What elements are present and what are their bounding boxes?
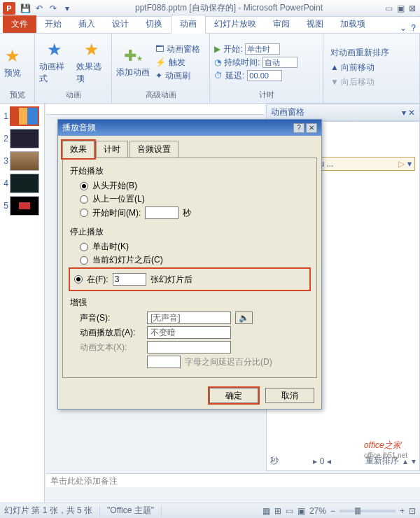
window-title: pptF086.pptm [自动保存的] - Microsoft PowerPo…	[73, 2, 385, 14]
delay-input[interactable]: 00.00	[247, 70, 282, 81]
preview-label: 预览	[4, 67, 21, 79]
preview-button[interactable]: ★预览	[4, 46, 21, 79]
group-preview: 预览	[4, 88, 30, 100]
effect-options-button[interactable]: ★效果选项	[76, 40, 108, 85]
workspace: 1 2 3 4 5 动画窗格▾ ✕ ▷ ows In You ... ▷ ▾ 秒…	[0, 104, 420, 503]
tab-view[interactable]: 视图	[298, 15, 332, 33]
tab-transitions[interactable]: 切换	[137, 15, 171, 33]
reorder-title: 对动画重新排序	[330, 47, 389, 59]
animation-pane-button[interactable]: 🗔 动画窗格	[155, 43, 200, 55]
move-earlier-button[interactable]: ▲ 向前移动	[330, 62, 389, 74]
minimize-icon[interactable]: ▭	[385, 4, 393, 13]
fit-icon[interactable]: ⊡	[409, 506, 416, 516]
slides-count-input[interactable]: 3	[113, 273, 146, 286]
pane-title: 动画窗格	[271, 106, 304, 118]
tab-design[interactable]: 设计	[104, 15, 137, 33]
ribbon-minimize-icon[interactable]: ⌄	[400, 23, 407, 33]
item-play-icon[interactable]: ▷	[398, 159, 405, 169]
dialog-tab-timing[interactable]: 计时	[96, 141, 128, 158]
close-icon[interactable]: ⊠	[409, 4, 416, 13]
help-icon[interactable]: ?	[411, 23, 416, 33]
start-playback-section: 开始播放	[70, 165, 309, 177]
enhance-section: 增强	[70, 297, 309, 309]
watermark: office之家office.jb51.net	[364, 437, 407, 459]
tab-review[interactable]: 审阅	[265, 15, 298, 33]
window-controls: ▭ ▣ ⊠	[385, 4, 416, 13]
add-anim-label: 添加动画	[116, 66, 150, 78]
letter-delay-input	[147, 356, 181, 368]
trigger-button[interactable]: ⚡ 触发	[155, 57, 200, 69]
ribbon-tabs: 文件 开始 插入 设计 切换 动画 幻灯片放映 审阅 视图 加载项 ⌄ ?	[0, 17, 420, 34]
after-play-label: 动画播放后(A):	[80, 327, 143, 339]
app-icon: P	[3, 2, 15, 15]
effect-options-label: 效果选项	[76, 61, 108, 85]
delay-label: 延迟:	[225, 70, 244, 82]
anim-styles-label: 动画样式	[39, 61, 71, 85]
status-bar: 幻灯片 第 1 张，共 5 张 "Office 主题" ▦ ⊞ ▭ ▣ 27% …	[0, 503, 420, 518]
play-icon: ▶	[214, 44, 220, 54]
group-advanced: 高级动画	[116, 88, 205, 100]
dialog-close-icon[interactable]: ✕	[306, 123, 317, 133]
stop-playback-section: 停止播放	[70, 226, 309, 238]
zoom-out-icon[interactable]: −	[330, 506, 335, 516]
duration-icon: ◔	[214, 57, 221, 67]
slide-thumbnails: 1 2 3 4 5	[0, 104, 45, 503]
undo-icon[interactable]: ↶	[34, 3, 45, 14]
radio-on-click[interactable]	[80, 243, 88, 251]
start-time-input[interactable]	[145, 206, 178, 219]
slide-count: 幻灯片 第 1 张，共 5 张	[4, 505, 92, 517]
reorder-down-icon[interactable]: ▾	[412, 456, 416, 466]
radio-from-last[interactable]	[80, 195, 88, 204]
dialog-titlebar[interactable]: 播放音频 ?✕	[58, 120, 321, 136]
zoom-in-icon[interactable]: +	[400, 506, 405, 516]
tab-file[interactable]: 文件	[3, 15, 36, 33]
zoom-slider[interactable]	[340, 510, 396, 512]
redo-icon[interactable]: ↷	[48, 3, 59, 14]
ok-button[interactable]: 确定	[209, 388, 258, 403]
dialog-help-icon[interactable]: ?	[293, 123, 304, 133]
theme-name: "Office 主题"	[107, 505, 154, 517]
view-slideshow-icon[interactable]: ▣	[298, 506, 305, 516]
view-sorter-icon[interactable]: ⊞	[274, 506, 281, 516]
qat-menu-icon[interactable]: ▾	[62, 3, 73, 14]
dialog-title: 播放音频	[62, 122, 96, 134]
move-later-button[interactable]: ▼ 向后移动	[330, 76, 389, 88]
animation-painter-button[interactable]: ✦ 动画刷	[155, 70, 200, 82]
dialog-tab-audio[interactable]: 音频设置	[130, 141, 178, 158]
view-reading-icon[interactable]: ▭	[286, 506, 293, 516]
notes-pane[interactable]: 单击此处添加备注	[46, 473, 420, 487]
radio-after-n-slides[interactable]	[74, 275, 83, 284]
maximize-icon[interactable]: ▣	[397, 4, 405, 13]
slide-thumb-3[interactable]: 3	[1, 151, 43, 171]
anim-text-select	[147, 341, 231, 354]
radio-start-time[interactable]	[80, 209, 88, 217]
radio-from-beginning[interactable]	[80, 182, 88, 190]
tab-slideshow[interactable]: 幻灯片放映	[206, 15, 265, 33]
pane-dropdown-icon[interactable]: ▾ ✕	[402, 108, 415, 118]
slide-thumb-4[interactable]: 4	[1, 174, 43, 193]
tab-home[interactable]: 开始	[36, 15, 70, 33]
sound-select[interactable]: [无声音]	[147, 312, 231, 324]
view-normal-icon[interactable]: ▦	[262, 506, 270, 516]
play-audio-dialog: 播放音频 ?✕ 效果 计时 音频设置 开始播放 从头开始(B) 从上一位置(L)…	[57, 119, 322, 410]
slide-thumb-5[interactable]: 5	[1, 196, 43, 216]
start-select[interactable]: 单击时	[245, 43, 280, 55]
dialog-tab-effect[interactable]: 效果	[62, 141, 94, 158]
radio-after-current[interactable]	[80, 256, 88, 265]
zoom-level[interactable]: 27%	[309, 506, 326, 516]
item-menu-icon[interactable]: ▾	[407, 159, 412, 169]
save-icon[interactable]: 💾	[20, 3, 31, 14]
add-animation-button[interactable]: ✚★添加动画	[116, 47, 150, 78]
tab-animations[interactable]: 动画	[171, 15, 206, 34]
slide-thumb-1[interactable]: 1	[1, 106, 43, 126]
group-animation: 动画	[39, 88, 107, 100]
sound-preview-icon[interactable]: 🔈	[235, 312, 253, 324]
animation-styles-button[interactable]: ★动画样式	[39, 40, 71, 85]
after-play-select[interactable]: 不变暗	[147, 326, 231, 339]
tab-addins[interactable]: 加载项	[332, 15, 374, 33]
slide-thumb-2[interactable]: 2	[1, 129, 43, 148]
duration-input[interactable]: 自动	[262, 57, 298, 68]
cancel-button[interactable]: 取消	[265, 388, 314, 403]
tab-insert[interactable]: 插入	[70, 15, 104, 33]
title-bar: P 💾 ↶ ↷ ▾ pptF086.pptm [自动保存的] - Microso…	[0, 0, 420, 17]
